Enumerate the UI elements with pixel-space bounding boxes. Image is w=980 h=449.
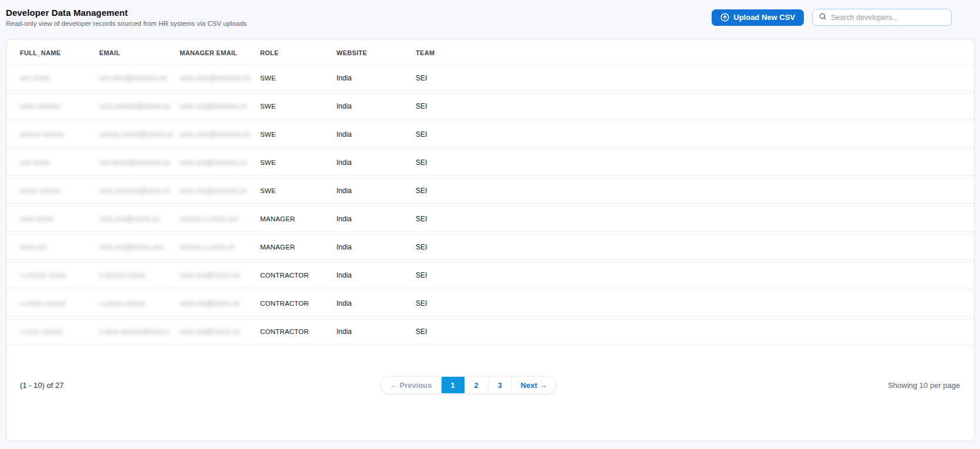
column-header-full-name: FULL_NAME	[20, 49, 99, 56]
cell-manager-email: xxxx.xxx@xxxxx.xx	[180, 271, 260, 279]
redacted-manager-email: xxxx.xxx@xxxxx.xx	[180, 299, 240, 308]
page-button-2[interactable]: 2	[464, 377, 488, 393]
redacted-manager-email: xxxx.xxx@xxxxx.xx	[180, 271, 240, 279]
cell-email: xxxx.xxx@xxxxx.xxx	[99, 243, 180, 251]
cell-email: xxxx.xxx@xxxxx.xx	[99, 215, 180, 223]
redacted-manager-email: xxxx.xxx@xxxxx.xx	[180, 328, 240, 336]
cell-manager-email: xxxx.xxx@xxxxxxx.xx	[180, 158, 260, 167]
cell-full-name: xxx xxxxx	[20, 158, 99, 167]
page-button-1[interactable]: 1	[441, 377, 464, 393]
cell-full-name: xxxxx xxxxxx	[20, 187, 99, 195]
cell-team: SEI	[416, 215, 961, 223]
pagination: ← Previous 1 2 3 Next →	[380, 376, 556, 394]
cell-team: SEI	[416, 74, 961, 82]
cell-email: x.xxxx.xxxxxx@xxxx.x	[99, 328, 180, 336]
cell-email: xxxxxx.xxxxx@xxxxx.xx	[99, 130, 180, 139]
cell-manager-email: xxxxxx.x.xxxxx.xx	[180, 243, 260, 251]
column-header-website: WEBSITE	[336, 49, 416, 56]
redacted-full-name: x.xxxx xxxxxx	[20, 328, 63, 336]
page-button-3[interactable]: 3	[488, 377, 511, 393]
cell-full-name: xxx xxxxx	[20, 74, 99, 82]
cell-team: SEI	[416, 271, 961, 279]
table-row: x.xxxx xxxxxx x.xxxx.xxxxxx@xxxx.x xxxx.…	[6, 319, 974, 345]
cell-role: SWE	[260, 131, 336, 138]
upload-csv-button[interactable]: Upload New CSV	[712, 9, 804, 26]
table-row: x.xxxxx xxxxxx x.xxxxx.xxxxxx xxxx.xxx@x…	[6, 291, 974, 316]
redacted-manager-email: xxxx.xxxx@xxxxxxx.xx	[180, 74, 251, 82]
cell-website: India	[336, 102, 416, 110]
next-page-button[interactable]: Next →	[511, 377, 556, 393]
table-row: x.xxxxxx xxxxx x.xxxxxx.xxxxx xxxx.xxx@x…	[6, 262, 974, 288]
cell-role: CONTRACTOR	[260, 328, 336, 335]
cell-website: India	[336, 328, 416, 336]
cell-website: India	[336, 158, 416, 167]
redacted-manager-email: xxxxxx.x.xxxxx.xxx	[180, 215, 238, 223]
redacted-full-name: xxx xxxxx	[20, 158, 50, 167]
cell-website: India	[336, 215, 416, 223]
topbar: Developer Data Management Read-only view…	[0, 0, 980, 39]
cell-website: India	[336, 187, 416, 195]
column-header-manager-email: MANAGER EMAIL	[180, 49, 260, 56]
table-row: xxxxxx xxxxxx xxxxxx.xxxxx@xxxxx.xx xxxx…	[6, 121, 974, 147]
cell-website: India	[336, 130, 416, 139]
range-text: (1 - 10) of 27	[20, 381, 63, 390]
cell-email: xxx.xxxxx@xxxxxxx.xx	[99, 158, 180, 167]
cell-manager-email: xxxx.xxx@xxxxx.xx	[180, 328, 260, 336]
cell-email: xxxx.xxxxxxx@xxxx.xx	[99, 187, 180, 195]
cell-team: SEI	[416, 299, 961, 308]
cell-role: SWE	[260, 159, 336, 166]
cell-team: SEI	[416, 158, 961, 167]
toolbar-actions: Upload New CSV	[712, 9, 952, 26]
redacted-full-name: xxxxxx xxxxxx	[20, 130, 64, 139]
developers-table-card: FULL_NAME EMAIL MANAGER EMAIL ROLE WEBSI…	[6, 39, 975, 441]
cell-email: xxx.xxxx@xxxxxxx.xx	[99, 74, 180, 82]
redacted-email: x.xxxxx.xxxxxx	[99, 299, 146, 308]
previous-page-button[interactable]: ← Previous	[381, 377, 441, 393]
cell-full-name: xxxx xxxxxxx	[20, 102, 99, 110]
table-row: xxxx xxxxx xxxx.xxx@xxxxx.xx xxxxxx.x.xx…	[6, 206, 974, 232]
cell-email: xxxx.xxxxxx@xxxxx.xx	[99, 102, 180, 110]
page-subtitle: Read-only view of developer records sour…	[6, 20, 247, 27]
table-row: xxx xxxxx xxx.xxxxx@xxxxxxx.xx xxxx.xxx@…	[6, 150, 974, 175]
cell-role: CONTRACTOR	[260, 300, 336, 307]
cell-email: x.xxxxxx.xxxxx	[99, 271, 180, 279]
redacted-manager-email: xxxx.xxx@xxxxxxx.xx	[180, 158, 247, 167]
redacted-email: xxx.xxxxx@xxxxxxx.xx	[99, 158, 170, 167]
redacted-full-name: xxxx xxx	[20, 243, 46, 251]
redacted-manager-email: xxxxxx.x.xxxxx.xx	[180, 243, 235, 251]
cell-full-name: xxxx xxx	[20, 243, 99, 251]
cell-website: India	[336, 299, 416, 308]
column-header-email: EMAIL	[99, 49, 180, 56]
cell-full-name: x.xxxxxx xxxxx	[20, 271, 99, 279]
search-icon	[819, 12, 827, 23]
redacted-manager-email: xxxx.xxx@xxxxxxx.xx	[180, 187, 247, 195]
column-header-team: TEAM	[416, 49, 961, 56]
cell-manager-email: xxxx.xxx@xxxxx.xx	[180, 299, 260, 308]
redacted-email: xxxx.xxx@xxxxx.xxx	[99, 243, 163, 251]
arrow-up-circle-icon	[720, 13, 729, 22]
cell-manager-email: xxxx.xxxx@xxxxxxx.xx	[180, 130, 260, 139]
redacted-full-name: xxx xxxxx	[20, 74, 50, 82]
table-footer: (1 - 10) of 27 ← Previous 1 2 3 Next → S…	[6, 376, 974, 394]
cell-manager-email: xxxxxx.x.xxxxx.xxx	[180, 215, 260, 223]
table-header-row: FULL_NAME EMAIL MANAGER EMAIL ROLE WEBSI…	[6, 40, 974, 65]
redacted-full-name: xxxx xxxxx	[20, 215, 53, 223]
redacted-email: xxxx.xxxxxxx@xxxx.xx	[99, 187, 170, 195]
redacted-email: xxxxxx.xxxxx@xxxxx.xx	[99, 130, 174, 139]
cell-manager-email: xxxx.xxx@xxxxxxx.xx	[180, 102, 260, 110]
upload-csv-label: Upload New CSV	[733, 13, 795, 22]
cell-full-name: x.xxxx xxxxxx	[20, 328, 99, 336]
search-input[interactable]	[831, 13, 945, 22]
redacted-full-name: xxxx xxxxxxx	[20, 102, 60, 110]
page-title: Developer Data Management	[6, 8, 247, 18]
redacted-full-name: xxxxx xxxxxx	[20, 187, 60, 195]
cell-full-name: xxxxxx xxxxxx	[20, 130, 99, 139]
table-row: xxxxx xxxxxx xxxx.xxxxxxx@xxxx.xx xxxx.x…	[6, 178, 974, 204]
redacted-email: xxx.xxxx@xxxxxxx.xx	[99, 74, 167, 82]
cell-website: India	[336, 271, 416, 279]
redacted-email: x.xxxxxx.xxxxx	[99, 271, 146, 279]
redacted-full-name: x.xxxxxx xxxxx	[20, 271, 66, 279]
cell-full-name: x.xxxxx xxxxxx	[20, 299, 99, 308]
table-row: xxxx xxx xxxx.xxx@xxxxx.xxx xxxxxx.x.xxx…	[6, 234, 974, 260]
cell-role: SWE	[260, 103, 336, 110]
